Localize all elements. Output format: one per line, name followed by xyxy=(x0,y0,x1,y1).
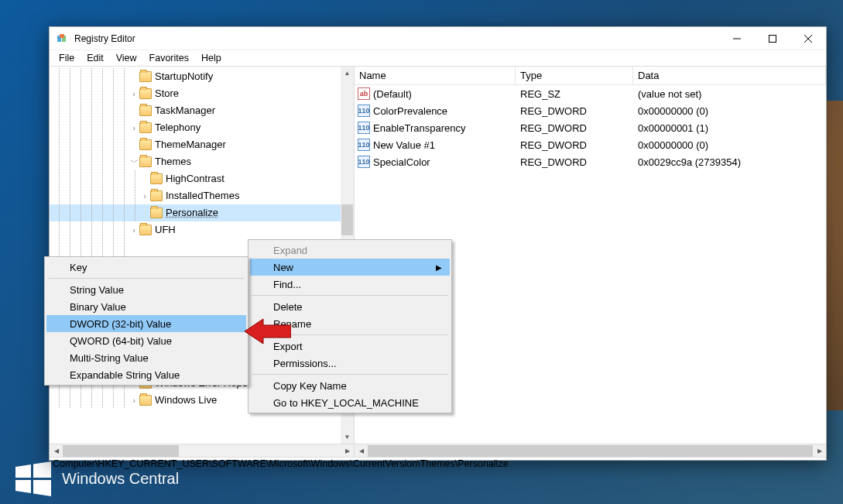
expander-icon[interactable]: › xyxy=(129,85,139,102)
expander-icon[interactable]: › xyxy=(139,187,150,204)
tree-label: TaskManager xyxy=(155,102,215,119)
menu-item[interactable]: New▶ xyxy=(250,259,450,276)
menu-label: Binary Value xyxy=(70,301,126,313)
value-name: New Value #1 xyxy=(373,139,435,151)
tree-item[interactable]: ›InstalledThemes xyxy=(50,187,354,204)
dword-value-icon: 110 xyxy=(358,156,370,168)
value-type: REG_DWORD xyxy=(519,139,636,151)
menu-label: QWORD (64-bit) Value xyxy=(70,335,172,347)
menu-item[interactable]: String Value xyxy=(46,281,246,298)
tree-item[interactable]: ›UFH xyxy=(50,221,354,238)
minimize-button[interactable] xyxy=(719,27,755,50)
menu-item[interactable]: Find... xyxy=(250,276,450,293)
scroll-thumb[interactable] xyxy=(341,204,353,235)
menu-view[interactable]: View xyxy=(110,51,143,65)
expander-icon[interactable]: › xyxy=(129,221,139,238)
maximize-button[interactable] xyxy=(755,27,790,50)
menu-item[interactable]: QWORD (64-bit) Value xyxy=(46,332,246,349)
tree-label: StartupNotify xyxy=(155,68,213,85)
menu-separator xyxy=(48,278,245,279)
tree-item[interactable]: Personalize xyxy=(50,204,354,221)
expander-icon[interactable]: › xyxy=(129,119,139,136)
tree-label: Themes xyxy=(155,153,191,170)
menu-item[interactable]: Copy Key Name xyxy=(250,377,450,394)
list-row[interactable]: 110ColorPrevalenceREG_DWORD0x00000000 (0… xyxy=(355,102,826,119)
svg-marker-10 xyxy=(15,480,31,493)
expander-icon[interactable]: › xyxy=(129,392,139,409)
menu-label: Delete xyxy=(273,301,303,313)
tree-item[interactable]: ﹀Themes xyxy=(50,153,354,170)
menu-item: Expand xyxy=(250,242,450,259)
context-submenu-new[interactable]: KeyString ValueBinary ValueDWORD (32-bit… xyxy=(44,256,248,386)
menu-separator xyxy=(252,374,448,375)
folder-icon xyxy=(139,395,152,406)
value-type: REG_DWORD xyxy=(519,122,636,134)
horizontal-scrollbar[interactable]: ◀ ▶ ◀ ▶ xyxy=(50,444,826,457)
menu-edit[interactable]: Edit xyxy=(81,51,110,65)
value-data: 0x00000001 (1) xyxy=(636,122,823,134)
string-value-icon: ab xyxy=(358,87,370,100)
hscroll-left-icon[interactable]: ◀ xyxy=(355,444,368,458)
folder-icon xyxy=(150,207,163,218)
tree-item[interactable]: HighContrast xyxy=(50,170,354,187)
menu-file[interactable]: File xyxy=(53,51,81,65)
tree-item[interactable]: StartupNotify xyxy=(50,68,354,85)
folder-icon xyxy=(150,173,163,184)
tree-label: Store xyxy=(155,85,179,102)
menu-item[interactable]: Go to HKEY_LOCAL_MACHINE xyxy=(250,394,450,411)
expander-icon[interactable]: ﹀ xyxy=(129,153,139,170)
hscroll-right-icon[interactable]: ▶ xyxy=(341,444,354,458)
app-icon xyxy=(56,33,68,45)
tree-item[interactable]: TaskManager xyxy=(50,102,354,119)
value-type: REG_DWORD xyxy=(519,105,636,117)
tree-label: Telephony xyxy=(155,119,200,136)
hscroll-left-icon[interactable]: ◀ xyxy=(50,444,63,458)
menu-item[interactable]: Expandable String Value xyxy=(46,366,246,383)
menu-label: Permissions... xyxy=(273,358,337,369)
statusbar: Computer\HKEY_CURRENT_USER\SOFTWARE\Micr… xyxy=(50,457,826,472)
menu-item[interactable]: Multi-String Value xyxy=(46,349,246,366)
menu-favorites[interactable]: Favorites xyxy=(143,51,195,65)
menu-label: String Value xyxy=(70,284,124,296)
menu-item[interactable]: Key xyxy=(46,259,246,276)
titlebar[interactable]: Registry Editor xyxy=(50,27,826,50)
value-name: (Default) xyxy=(373,88,412,100)
dword-value-icon: 110 xyxy=(358,122,370,134)
hscroll-right-icon[interactable]: ▶ xyxy=(813,444,826,458)
folder-icon xyxy=(139,122,152,133)
svg-marker-7 xyxy=(245,319,291,344)
svg-marker-8 xyxy=(15,465,31,478)
tree-label: InstalledThemes xyxy=(166,187,239,204)
value-name: EnableTransparency xyxy=(373,122,465,134)
menu-item[interactable]: DWORD (32-bit) Value xyxy=(46,315,246,332)
list-header: Name Type Data xyxy=(355,67,826,85)
svg-rect-2 xyxy=(60,34,64,38)
menu-item[interactable]: Permissions... xyxy=(250,355,450,372)
value-data: 0x00000000 (0) xyxy=(636,105,823,117)
tree-item[interactable]: ›Store xyxy=(50,85,354,102)
menu-item[interactable]: Binary Value xyxy=(46,298,246,315)
menu-label: Expand xyxy=(273,245,307,256)
col-data[interactable]: Data xyxy=(633,67,826,84)
list-row[interactable]: 110SpecialColorREG_DWORD0x0029cc9a (2739… xyxy=(355,153,826,170)
svg-marker-9 xyxy=(33,461,51,478)
dword-value-icon: 110 xyxy=(358,105,370,117)
scroll-down-icon[interactable]: ▼ xyxy=(341,430,354,444)
svg-rect-4 xyxy=(769,35,776,42)
tree-label: Personalize xyxy=(166,204,218,221)
tree-item[interactable]: ThemeManager xyxy=(50,136,354,153)
menu-label: Expandable String Value xyxy=(70,369,180,381)
folder-icon xyxy=(139,105,152,116)
list-row[interactable]: ab(Default)REG_SZ(value not set) xyxy=(355,85,826,102)
list-row[interactable]: 110New Value #1REG_DWORD0x00000000 (0) xyxy=(355,136,826,153)
folder-icon xyxy=(139,225,152,235)
col-name[interactable]: Name xyxy=(355,67,516,84)
tree-item[interactable]: ›Telephony xyxy=(50,119,354,136)
col-type[interactable]: Type xyxy=(516,67,633,84)
menu-item[interactable]: Delete xyxy=(250,298,450,315)
menu-help[interactable]: Help xyxy=(195,51,228,65)
close-button[interactable] xyxy=(790,27,826,50)
value-name: ColorPrevalence xyxy=(373,105,447,117)
scroll-up-icon[interactable]: ▲ xyxy=(341,67,354,80)
list-row[interactable]: 110EnableTransparencyREG_DWORD0x00000001… xyxy=(355,119,826,136)
